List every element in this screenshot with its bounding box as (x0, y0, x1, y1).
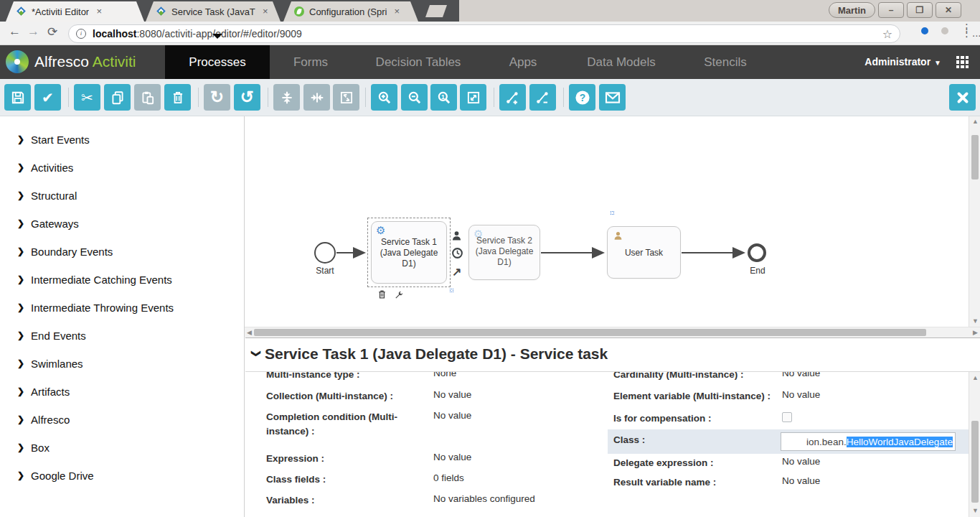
selection-handle[interactable] (611, 211, 614, 215)
class-input[interactable]: ion.bean.HelloWorldJavaDelegate (781, 432, 956, 451)
end-event-node[interactable] (748, 243, 766, 262)
canvas-horizontal-scrollbar[interactable]: ◀ ▶ (245, 327, 980, 337)
window-minimize-button[interactable]: – (878, 2, 904, 18)
window-restore-button[interactable]: ❐ (907, 2, 933, 18)
save-button[interactable] (4, 84, 31, 111)
nav-item-apps[interactable]: Apps (509, 45, 537, 79)
url-input[interactable]: i localhost:8080/activiti-app/editor/#/e… (68, 24, 900, 43)
properties-panel-header[interactable]: ❯ Service Task 1 (Java Delegate D1) - Se… (245, 337, 980, 372)
prop-value[interactable]: No value (433, 452, 471, 462)
palette-group-swimlanes[interactable]: ❯Swimlanes (17, 356, 83, 371)
redo-button[interactable]: ↻ (204, 84, 230, 111)
tab-close-icon[interactable]: × (391, 6, 402, 17)
quick-connect-arrow-icon[interactable]: ↗ (452, 265, 461, 279)
scroll-down-icon[interactable]: ▼ (972, 508, 979, 514)
prop-value[interactable]: None (433, 372, 456, 378)
collapse-chevron-icon[interactable]: ❯ (251, 350, 262, 358)
service-task-2-node[interactable]: ⚙ Service Task 2 (Java Delegate D1) (468, 225, 540, 280)
app-grid-icon[interactable] (956, 56, 969, 68)
back-icon[interactable]: ← (9, 24, 21, 39)
undo-button[interactable]: ↺ (234, 84, 260, 111)
extension-disabled-icon[interactable] (941, 27, 948, 34)
forward-icon[interactable]: → (27, 24, 39, 39)
page-info-icon[interactable]: i (76, 29, 86, 39)
browser-tab-activiti-editor[interactable]: *Activiti Editor × (6, 1, 144, 22)
scroll-left-icon[interactable]: ◀ (247, 330, 252, 336)
quick-user-task-icon[interactable] (451, 230, 463, 245)
canvas-vertical-scrollbar[interactable]: ▲ ▼ (969, 116, 980, 327)
service-task-1-node[interactable]: ⚙ Service Task 1 (Java Delegate D1) (371, 221, 447, 284)
reload-icon[interactable]: ⟳ (47, 24, 57, 39)
process-diagram-canvas[interactable]: Start ⚙ Service Task 1 (Java Delegate D1… (245, 116, 969, 327)
paste-button[interactable] (134, 84, 161, 111)
prop-value[interactable]: 0 fields (433, 472, 464, 483)
zoom-actual-button[interactable]: 1 (430, 84, 457, 111)
prop-value[interactable]: No value (782, 475, 820, 486)
scroll-right-icon[interactable]: ▶ (973, 330, 978, 336)
copy-button[interactable] (104, 84, 131, 111)
prop-value[interactable]: No value (433, 410, 471, 421)
user-menu[interactable]: Administrator▼ (864, 45, 941, 79)
palette-group-gateways[interactable]: ❯Gateways (17, 216, 79, 230)
scroll-up-icon[interactable]: ▲ (972, 375, 979, 381)
tab-close-icon[interactable]: × (260, 6, 271, 17)
palette-group-structural[interactable]: ❯Structural (17, 188, 77, 202)
palette-group-artifacts[interactable]: ❯Artifacts (17, 384, 70, 399)
feedback-button[interactable] (599, 84, 626, 111)
start-event-node[interactable] (314, 242, 336, 264)
delete-node-icon[interactable] (377, 289, 387, 303)
zoom-in-button[interactable] (371, 84, 397, 111)
align-vertical-button[interactable] (273, 84, 300, 111)
add-bendpoint-button[interactable] (499, 84, 526, 111)
palette-group-intermediate-catching-events[interactable]: ❯Intermediate Catching Events (17, 272, 172, 287)
prop-value[interactable]: No value (782, 372, 820, 378)
palette-group-intermediate-throwing-events[interactable]: ❯Intermediate Throwing Events (17, 300, 174, 315)
prop-value[interactable]: No value (782, 456, 820, 467)
scroll-up-icon[interactable]: ▲ (972, 118, 979, 125)
extension-icon[interactable] (921, 27, 928, 34)
selection-handle[interactable] (450, 289, 453, 292)
bookmark-star-icon[interactable]: ☆ (882, 27, 892, 41)
browser-tab-configuration[interactable]: Configuration (Spri × (283, 1, 418, 22)
scrollbar-thumb[interactable] (971, 135, 979, 180)
url-text[interactable]: localhost:8080/activiti-app/editor/#/edi… (93, 28, 882, 39)
nav-item-forms[interactable]: Forms (293, 45, 328, 79)
palette-group-start-events[interactable]: ❯Start Events (17, 132, 90, 146)
validate-button[interactable]: ✔ (34, 84, 61, 111)
palette-group-boundary-events[interactable]: ❯Boundary Events (17, 244, 113, 258)
prop-value[interactable]: No value (782, 389, 820, 400)
user-task-node[interactable]: User Task (607, 226, 681, 279)
browser-tab-service-task[interactable]: Service Task (JavaT × (146, 1, 281, 22)
cut-button[interactable]: ✂ (74, 84, 100, 111)
prop-value[interactable]: No value (433, 389, 471, 400)
scrollbar-thumb[interactable] (254, 329, 926, 336)
delete-button[interactable] (164, 84, 191, 111)
scrollbar-thumb[interactable] (971, 421, 979, 503)
palette-group-google-drive[interactable]: ❯Google Drive (17, 468, 94, 483)
zoom-out-button[interactable] (401, 84, 428, 111)
palette-group-activities[interactable]: ❯Activities (17, 160, 73, 174)
nav-item-decision-tables[interactable]: Decision Tables (376, 45, 461, 79)
palette-group-alfresco[interactable]: ❯Alfresco (17, 412, 70, 427)
prop-value[interactable]: No variables configured (433, 493, 535, 504)
same-size-button[interactable] (333, 84, 359, 111)
palette-group-end-events[interactable]: ❯End Events (17, 328, 86, 343)
palette-group-box[interactable]: ❯Box (17, 440, 50, 455)
window-close-button[interactable]: ✕ (936, 2, 961, 18)
is-for-compensation-checkbox[interactable] (782, 412, 792, 422)
properties-vertical-scrollbar[interactable]: ▲ ▼ (969, 372, 980, 517)
close-editor-button[interactable] (949, 84, 976, 111)
nav-item-stencils[interactable]: Stencils (704, 45, 747, 79)
browser-menu-icon[interactable]: ⋮⋮... (961, 25, 969, 35)
remove-bendpoint-button[interactable] (529, 84, 556, 111)
zoom-fit-button[interactable] (460, 84, 486, 111)
help-button[interactable]: ? (569, 84, 595, 111)
quick-timer-icon[interactable] (451, 247, 463, 262)
align-horizontal-button[interactable] (303, 84, 330, 111)
edit-node-wrench-icon[interactable] (394, 289, 405, 303)
nav-item-data-models[interactable]: Data Models (587, 45, 655, 79)
nav-item-processes[interactable]: Processes (165, 45, 270, 79)
chevron-right-icon: ❯ (17, 414, 24, 424)
tab-close-icon[interactable]: × (93, 6, 105, 17)
scroll-down-icon[interactable]: ▼ (972, 318, 979, 325)
